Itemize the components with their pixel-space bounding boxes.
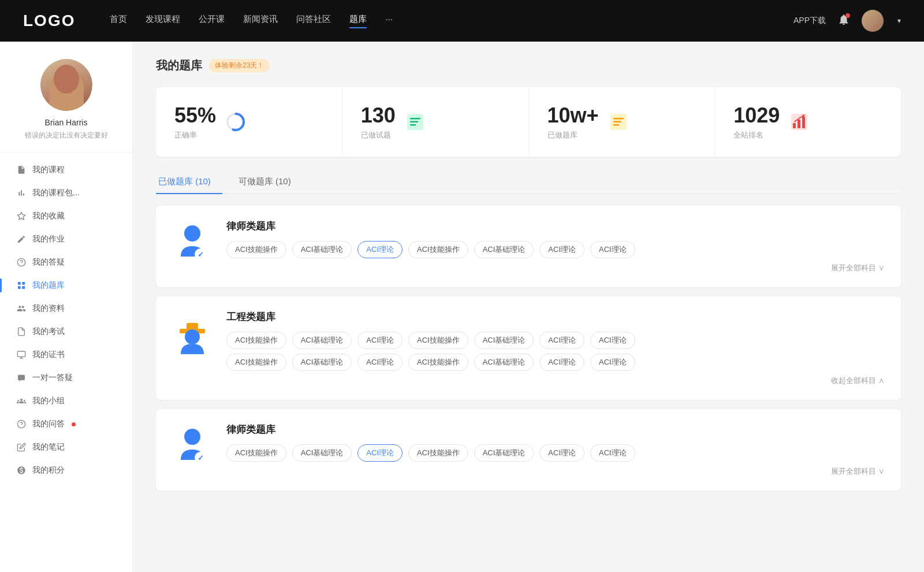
lawyer-icon: ✓: [172, 220, 213, 266]
notification-dot: [845, 13, 850, 18]
avatar-chevron-icon[interactable]: ▾: [897, 17, 901, 25]
category-2-content: 工程类题库 ACI技能操作 ACI基础理论 ACI理论 ACI技能操作 ACI基…: [226, 310, 885, 386]
sidebar-username: Brian Harris: [12, 118, 121, 127]
sidebar-item-my-info[interactable]: 我的资料: [0, 297, 132, 320]
sidebar-item-my-course-pack[interactable]: 我的课程包...: [0, 181, 132, 205]
q-circle-icon: [16, 419, 27, 429]
nav-open[interactable]: 公开课: [199, 14, 225, 28]
sidebar-item-my-answer[interactable]: 我的问答: [0, 413, 132, 436]
sidebar: Brian Harris 错误的决定比没有决定要好 我的课程 我的课程包...: [0, 42, 133, 572]
tag-active[interactable]: ACI理论: [357, 444, 403, 462]
tag[interactable]: ACI理论: [539, 444, 584, 462]
sidebar-item-my-homework[interactable]: 我的作业: [0, 228, 132, 251]
tag[interactable]: ACI基础理论: [474, 332, 534, 349]
tag[interactable]: ACI理论: [590, 354, 635, 371]
tag[interactable]: ACI基础理论: [292, 354, 352, 371]
category-3-title: 律师类题库: [226, 423, 885, 436]
sidebar-item-label: 我的课程包...: [32, 188, 80, 198]
tag[interactable]: ACI技能操作: [226, 332, 286, 349]
avatar[interactable]: [862, 10, 884, 32]
group-icon: [16, 396, 27, 406]
sidebar-item-my-qa[interactable]: 我的答疑: [0, 251, 132, 274]
trial-badge: 体验剩余23天！: [209, 59, 270, 72]
tag[interactable]: ACI理论: [539, 241, 584, 258]
tag[interactable]: ACI基础理论: [292, 241, 352, 258]
sidebar-item-my-course[interactable]: 我的课程: [0, 158, 132, 181]
chart-red-icon: [789, 112, 810, 132]
tag[interactable]: ACI技能操作: [226, 444, 286, 462]
svg-rect-3: [17, 351, 25, 356]
tag[interactable]: ACI基础理论: [474, 241, 534, 258]
svg-rect-15: [613, 124, 619, 126]
tag[interactable]: ACI技能操作: [408, 332, 468, 349]
tag[interactable]: ACI理论: [590, 444, 635, 462]
tag[interactable]: ACI理论: [590, 241, 635, 258]
expand-link-3[interactable]: 展开全部科目 ∨: [226, 466, 885, 477]
svg-rect-10: [410, 121, 418, 123]
nav-more[interactable]: ···: [385, 14, 393, 28]
tag[interactable]: ACI基础理论: [474, 444, 534, 462]
svg-rect-18: [798, 120, 800, 128]
svg-rect-25: [187, 323, 198, 330]
nav-qa[interactable]: 问答社区: [296, 14, 331, 28]
list-orange-icon: [608, 112, 629, 132]
sidebar-item-label: 我的作业: [32, 234, 65, 244]
svg-rect-9: [410, 118, 420, 120]
category-card-engineer-1: 工程类题库 ACI技能操作 ACI基础理论 ACI理论 ACI技能操作 ACI基…: [156, 296, 901, 400]
coin-icon: [16, 465, 27, 476]
tag-active[interactable]: ACI理论: [357, 241, 403, 258]
tag[interactable]: ACI技能操作: [226, 354, 286, 371]
tag[interactable]: ACI理论: [539, 332, 584, 349]
donut-svg: [225, 112, 246, 132]
stat-done-banks: 10w+ 已做题库: [529, 87, 716, 157]
sidebar-item-my-group[interactable]: 我的小组: [0, 389, 132, 413]
tab-done[interactable]: 已做题库 (10): [156, 170, 222, 193]
nav-links: 首页 发现课程 公开课 新闻资讯 问答社区 题库 ···: [110, 14, 793, 28]
nav-news[interactable]: 新闻资讯: [243, 14, 278, 28]
svg-text:✓: ✓: [198, 250, 204, 259]
sidebar-item-one-on-one[interactable]: 一对一答疑: [0, 366, 132, 389]
certificate-icon: [16, 350, 27, 360]
category-card-lawyer-2: ✓ 律师类题库 ACI技能操作 ACI基础理论 ACI理论 ACI技能操作 AC…: [156, 409, 901, 491]
tag[interactable]: ACI基础理论: [474, 354, 534, 371]
svg-point-26: [185, 329, 200, 344]
nav-discover[interactable]: 发现课程: [146, 14, 180, 28]
tag[interactable]: ACI理论: [590, 332, 635, 349]
stat-accuracy: 55% 正确率: [156, 87, 342, 157]
nav-home[interactable]: 首页: [110, 14, 127, 28]
tag[interactable]: ACI基础理论: [292, 444, 352, 462]
stat-done-questions-number: 130: [361, 103, 396, 128]
tag[interactable]: ACI理论: [357, 354, 403, 371]
collapse-link-2[interactable]: 收起全部科目 ∧: [226, 376, 885, 386]
expand-link-1[interactable]: 展开全部科目 ∨: [226, 263, 885, 273]
sidebar-item-my-questions[interactable]: 我的题库: [0, 274, 132, 297]
nav-questions[interactable]: 题库: [349, 14, 367, 28]
sidebar-item-label: 我的资料: [32, 303, 65, 314]
tag[interactable]: ACI基础理论: [292, 332, 352, 349]
sidebar-profile: Brian Harris 错误的决定比没有决定要好: [0, 59, 132, 153]
tab-todo[interactable]: 可做题库 (10): [236, 170, 303, 193]
sidebar-item-my-notes[interactable]: 我的笔记: [0, 436, 132, 459]
sidebar-item-my-collection[interactable]: 我的收藏: [0, 205, 132, 228]
tag[interactable]: ACI技能操作: [408, 354, 468, 371]
tag[interactable]: ACI理论: [357, 332, 403, 349]
svg-point-21: [184, 225, 200, 242]
stat-rank: 1029 全站排名: [715, 87, 901, 157]
tag[interactable]: ACI理论: [539, 354, 584, 371]
main-layout: Brian Harris 错误的决定比没有决定要好 我的课程 我的课程包...: [0, 42, 924, 572]
sidebar-item-my-exam[interactable]: 我的考试: [0, 320, 132, 343]
nav-bell-button[interactable]: [837, 13, 850, 28]
stat-done-questions-label: 已做试题: [361, 130, 396, 140]
sidebar-item-my-points[interactable]: 我的积分: [0, 459, 132, 482]
tag[interactable]: ACI技能操作: [408, 444, 468, 462]
stat-done-banks-number: 10w+: [547, 103, 599, 128]
chat-icon: [16, 373, 27, 383]
sidebar-item-my-cert[interactable]: 我的证书: [0, 343, 132, 366]
edit-icon: [16, 234, 27, 244]
stat-accuracy-number: 55%: [174, 103, 216, 128]
tag[interactable]: ACI技能操作: [408, 241, 468, 258]
nav-app-download[interactable]: APP下载: [793, 16, 826, 26]
tag[interactable]: ACI技能操作: [226, 241, 286, 258]
stat-rank-number: 1029: [733, 103, 780, 128]
category-1-tags: ACI技能操作 ACI基础理论 ACI理论 ACI技能操作 ACI基础理论 AC…: [226, 241, 885, 258]
